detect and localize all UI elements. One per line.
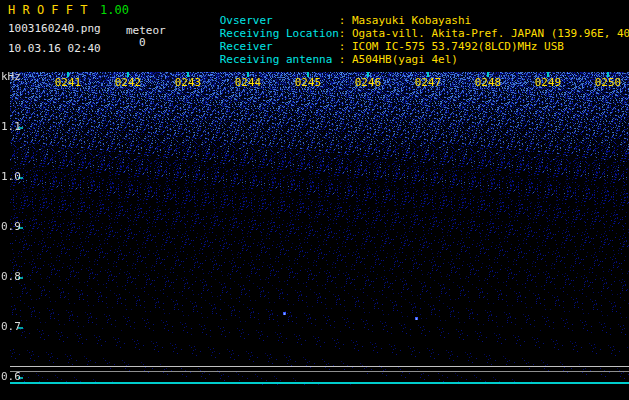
freq-label-0.7: 0.7	[1, 321, 23, 333]
time-label-0245: 0245	[292, 77, 324, 89]
baseline-line-middle	[10, 371, 629, 372]
freq-label-1.1: 1.1	[1, 121, 23, 133]
antenna-label: Receiving antenna	[220, 54, 339, 66]
time-label-0243: 0243	[172, 77, 204, 89]
baseline-line-top	[10, 366, 629, 367]
info-row-observer: Ovserver: Masayuki Kobayashi	[180, 3, 629, 16]
observer-value: : Masayuki Kobayashi	[339, 14, 471, 27]
spectrogram-canvas	[10, 72, 629, 385]
app-title: H R O F F T	[8, 4, 87, 16]
time-label-0246: 0246	[352, 77, 384, 89]
time-label-0241: 0241	[52, 77, 84, 89]
baseline-line-bottom	[10, 382, 629, 384]
hrofft-screen: H R O F F T 1.00 1003160240.png meteor 0…	[0, 0, 629, 400]
output-filename: 1003160240.png	[8, 23, 101, 35]
time-label-0247: 0247	[412, 77, 444, 89]
observation-datetime: 10.03.16 02:40	[8, 43, 101, 55]
time-label-0244: 0244	[232, 77, 264, 89]
time-label-0248: 0248	[472, 77, 504, 89]
time-label-0249: 0249	[532, 77, 564, 89]
freq-label-0.9: 0.9	[1, 221, 23, 233]
freq-label-0.8: 0.8	[1, 271, 23, 283]
app-version: 1.00	[100, 4, 129, 16]
meteor-count-value: 0	[139, 37, 146, 49]
observer-label: Ovserver	[220, 15, 339, 27]
receiver-label: Receiver	[220, 41, 339, 53]
y-axis-unit-khz: kHz	[1, 71, 23, 83]
observer-info-block: Ovserver: Masayuki Kobayashi Receiving L…	[180, 3, 629, 55]
antenna-value: : A504HB(yagi 4el)	[339, 53, 458, 66]
location-value: : Ogata-vill. Akita-Pref. JAPAN (139.96E…	[339, 27, 629, 40]
receiver-value: : ICOM IC-575 53.7492(8LCD)MHz USB	[339, 40, 564, 53]
freq-label-1.0: 1.0	[1, 171, 23, 183]
time-label-0250: 0250	[592, 77, 624, 89]
meteor-count-label: meteor	[126, 25, 166, 37]
location-label: Receiving Location	[220, 28, 339, 40]
time-label-0242: 0242	[112, 77, 144, 89]
